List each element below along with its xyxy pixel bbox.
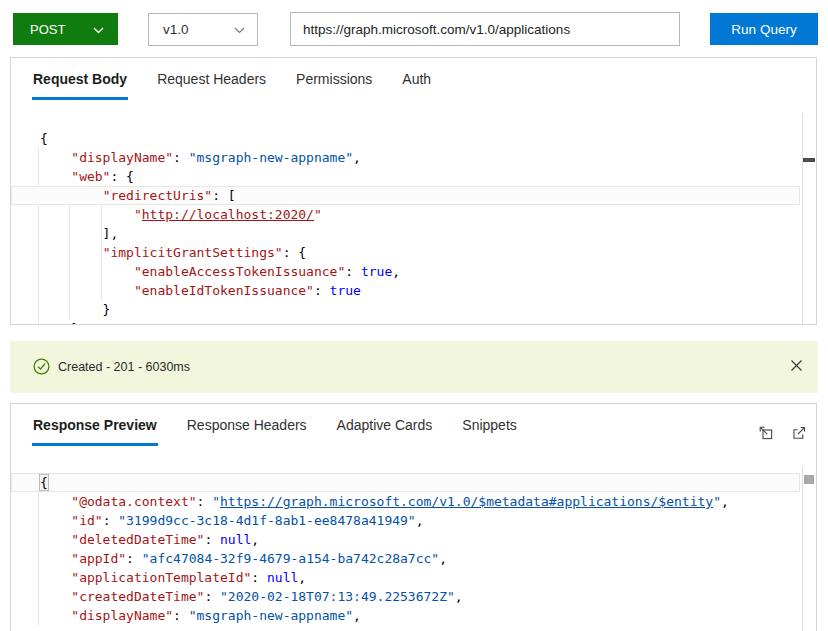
code-token [40,532,71,547]
code-line[interactable]: "displayName": "msgraph-new-appname", [11,606,816,625]
chevron-down-icon [93,22,104,37]
overview-ruler[interactable] [802,113,803,324]
code-token: : [126,551,142,566]
tab-auth[interactable]: Auth [401,58,432,100]
tab-snippets[interactable]: Snippets [461,404,517,446]
code-token [40,494,71,509]
code-token: "deletedDateTime" [71,532,204,547]
code-token: : [ [212,188,235,203]
code-token: " [713,494,721,509]
tab-response-preview[interactable]: Response Preview [32,404,158,446]
code-token: : [204,589,220,604]
code-line[interactable]: } [11,319,816,324]
status-banner-text: Created - 201 - 6030ms [58,341,190,393]
code-token [40,264,134,279]
code-token: { [40,131,48,146]
code-line[interactable]: "deletedDateTime": null, [11,530,816,549]
http-method-dropdown[interactable]: POST [13,13,118,45]
code-token: : { [110,169,133,184]
code-token: , [416,513,424,528]
code-token: null [267,570,298,585]
code-token: , [298,570,306,585]
code-line[interactable]: "enableAccessTokenIssuance": true, [11,262,816,281]
share-icon[interactable] [790,424,808,442]
code-token: "web" [71,169,110,184]
code-token: "id" [71,513,102,528]
request-body-editor[interactable]: { "displayName": "msgraph-new-appname", … [11,113,816,324]
code-link[interactable]: https://graph.microsoft.com/v1.0/$metada… [220,494,713,509]
code-line[interactable]: "id": "3199d9cc-3c18-4d1f-8ab1-ee8478a41… [11,511,816,530]
run-query-button[interactable]: Run Query [710,13,818,45]
code-token: : [197,494,213,509]
tab-request-headers[interactable]: Request Headers [156,58,267,100]
close-icon[interactable] [788,359,804,375]
tab-response-headers[interactable]: Response Headers [186,404,308,446]
code-line[interactable]: "implicitGrantSettings": { [11,243,816,262]
code-line[interactable]: "applicationTemplateId": null, [11,568,816,587]
code-token [40,169,71,184]
code-token: "displayName" [71,150,173,165]
code-line[interactable]: ], [11,224,816,243]
query-url-input[interactable] [290,12,680,46]
request-panel: Request Body Request Headers Permissions… [10,57,817,325]
code-token [40,207,134,222]
http-method-label: POST [30,22,65,37]
code-token: : [251,570,267,585]
code-link[interactable]: http://localhost:2020/ [142,207,314,222]
tab-permissions[interactable]: Permissions [295,58,373,100]
code-token: "appId" [71,551,126,566]
overview-ruler[interactable] [802,466,803,631]
request-tabs: Request Body Request Headers Permissions… [32,58,432,100]
code-token: : [204,532,220,547]
response-preview-editor[interactable]: { "@odata.context": "https://graph.micro… [11,466,816,631]
code-token: : [173,150,189,165]
tab-request-body[interactable]: Request Body [32,58,128,100]
code-token: { [40,475,48,490]
code-token: , [439,551,447,566]
code-token: "enableIdTokenIssuance" [134,283,314,298]
code-line[interactable]: "createdDateTime": "2020-02-18T07:13:49.… [11,587,816,606]
code-token [40,589,71,604]
code-line[interactable]: "http://localhost:2020/" [11,205,816,224]
code-token: : [345,264,361,279]
code-token: "msgraph-new-appname" [189,150,353,165]
code-token: "redirectUris" [103,188,213,203]
code-token: , [353,608,361,623]
code-token: "applicationTemplateId" [71,570,251,585]
code-token: , [392,264,400,279]
code-token [40,608,71,623]
code-token: "implicitGrantSettings" [103,245,283,260]
overview-ruler-cursor-mark [804,475,814,484]
code-line[interactable]: "@odata.context": "https://graph.microso… [11,492,816,511]
code-token [40,513,71,528]
response-panel: Response Preview Response Headers Adapti… [10,403,817,631]
code-line[interactable]: { [11,129,816,148]
code-token: " [212,494,220,509]
code-token: null [220,532,251,547]
code-token: "afc47084-32f9-4679-a154-ba742c28a7cc" [142,551,439,566]
code-token [40,570,71,585]
graph-explorer-page: POST v1.0 Run Query Request Body Request… [0,0,828,631]
tab-adaptive-cards[interactable]: Adaptive Cards [336,404,434,446]
code-token: "3199d9cc-3c18-4d1f-8ab1-ee8478a41949" [118,513,415,528]
status-banner: Created - 201 - 6030ms [10,341,818,393]
code-line[interactable]: "appId": "afc47084-32f9-4679-a154-ba742c… [11,549,816,568]
code-line[interactable]: { [11,473,816,492]
code-line[interactable]: "redirectUris": [ [11,186,816,205]
expand-response-icon[interactable] [757,424,775,442]
code-line[interactable]: } [11,300,816,319]
code-token [40,245,103,260]
code-token: "enableAccessTokenIssuance" [134,264,345,279]
code-token: "msgraph-new-appname" [189,608,353,623]
code-line[interactable]: "enableIdTokenIssuance": true [11,281,816,300]
code-line[interactable]: "displayName": "msgraph-new-appname", [11,148,816,167]
code-token: true [330,283,361,298]
code-line[interactable]: "web": { [11,167,816,186]
chevron-down-icon [234,22,245,37]
code-token: " [134,207,142,222]
code-token: } [40,302,110,317]
code-token [40,150,71,165]
api-version-dropdown[interactable]: v1.0 [148,13,258,46]
code-token: , [251,532,259,547]
response-tabs: Response Preview Response Headers Adapti… [32,404,518,446]
